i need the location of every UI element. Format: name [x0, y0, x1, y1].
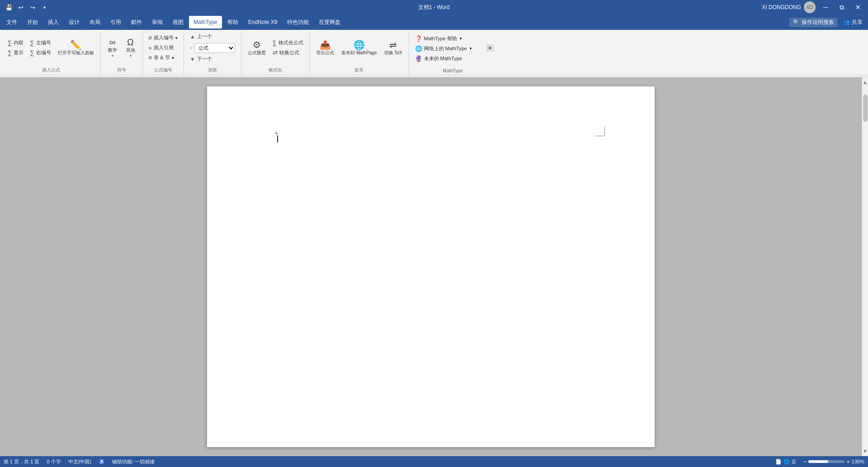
language: 中文(中国) [68, 458, 91, 465]
save-button[interactable]: 💾 [4, 2, 14, 13]
convert-label: 转换公式 [279, 49, 299, 56]
accessibility-icon: ♿ [99, 459, 105, 465]
title-bar-right: XI DONGDONG XD ─ ⧉ ✕ [762, 1, 864, 14]
formula-type-select[interactable]: 公式 [194, 43, 235, 53]
ribbon-group-content-symbol: ∞ 数学 ▾ Ω 其他 ▾ [104, 32, 139, 66]
document-main[interactable]: + [0, 77, 862, 456]
status-bar: 第 1 页，共 1 页 0 个字 中文(中国) ♿ 辅助功能: 一切就绪 📄 🌐… [0, 456, 868, 467]
menu-help[interactable]: 帮助 [223, 16, 243, 29]
future-mathtype-button[interactable]: 🔮 未来的 MathType [413, 54, 485, 63]
help-arrow: ▾ [460, 36, 462, 41]
insert-number-arrow: ▾ [175, 36, 178, 40]
tex-label: 切换 TeX [384, 50, 402, 56]
share-button[interactable]: 👥 共享 [840, 17, 866, 28]
menu-insert[interactable]: 插入 [43, 16, 63, 29]
switch-tex-button[interactable]: ⇌ 切换 TeX [382, 33, 405, 62]
format-icon: ∑ [273, 39, 277, 46]
document-title: 文档1 - Word [418, 4, 450, 11]
menu-review[interactable]: 审阅 [147, 16, 167, 29]
user-name: XI DONGDONG [762, 4, 801, 10]
horizontal-scroll-area [0, 75, 868, 77]
close-button[interactable]: ✕ [852, 1, 864, 14]
menu-right: 🔍 操作说明搜索 👥 共享 [789, 17, 866, 28]
scroll-down-button[interactable]: ▼ [863, 448, 868, 456]
handwrite-button[interactable]: ✏️ 打开手写输入面板 [55, 33, 97, 62]
menu-endnote[interactable]: EndNote X9 [244, 16, 282, 29]
insert-reference-button[interactable]: » 插入引用 [146, 43, 180, 52]
menu-reference[interactable]: 引用 [106, 16, 126, 29]
layout-web-icon[interactable]: 🌐 [783, 459, 790, 465]
right-number-label: 右编号 [36, 49, 51, 56]
word-count: 0 个字 [47, 458, 61, 465]
publish-mathpage-button[interactable]: 🌐 发布到 MathPage [339, 33, 379, 62]
online-label: 网络上的 MathType [424, 45, 467, 52]
title-bar: 💾 ↩ ↪ ▾ 文档1 - Word XI DONGDONG XD ─ ⧉ ✕ [0, 0, 868, 14]
scrollbar-thumb[interactable] [863, 95, 868, 122]
menu-layout[interactable]: 布局 [85, 16, 105, 29]
ribbon-group-content-mathtype: ❓ MathType 帮助 ▾ 🌐 网络上的 MathType ▾ 🔮 未来的 … [413, 32, 493, 67]
mathtype-help-button[interactable]: ❓ MathType 帮助 ▾ [413, 34, 485, 43]
up-arrow-icon: ▲ [190, 33, 195, 40]
layout-normal-icon[interactable]: 📄 [775, 459, 782, 465]
undo-button[interactable]: ↩ [15, 2, 26, 13]
zoom-out-button[interactable]: − [803, 458, 807, 465]
accessibility-text: 辅助功能: 一切就绪 [112, 458, 155, 465]
share-icon: 👥 [843, 19, 850, 25]
menu-baidu[interactable]: 百度网盘 [314, 16, 345, 29]
document-container: + ▲ ▼ [0, 77, 868, 456]
text-cursor [277, 135, 278, 143]
ribbon-group-formula-number: # 插入编号 ▾ » 插入引用 ≡ 章 & 节 ▾ 公式编号 [143, 32, 184, 75]
restore-button[interactable]: ⧉ [835, 1, 848, 14]
insert-number-icon: # [149, 34, 152, 41]
export-label: 导出公式 [316, 50, 334, 56]
mathtype-expand-button[interactable]: ⊞ [487, 45, 493, 51]
ribbon-group-publish: 📤 导出公式 🌐 发布到 MathPage ⇌ 切换 TeX 发布 [310, 32, 409, 75]
menu-features[interactable]: 特色功能 [283, 16, 313, 29]
math-symbol-button[interactable]: ∞ 数学 ▾ [104, 33, 121, 62]
menu-mathtype[interactable]: MathType [189, 16, 222, 29]
prev-button[interactable]: ▲ 上一个 [188, 32, 237, 41]
future-label: 未来的 MathType [424, 55, 462, 62]
chapter-section-button[interactable]: ≡ 章 & 节 ▾ [146, 53, 180, 62]
handwrite-label: 打开手写输入面板 [58, 50, 94, 56]
menu-mail[interactable]: 邮件 [127, 16, 146, 29]
right-number-button[interactable]: ∑ 右编号 [28, 48, 53, 57]
menu-start[interactable]: 开始 [23, 16, 42, 29]
zoom-slider[interactable] [808, 460, 844, 463]
ribbon-group-browse: ▲ 上一个 ○ 公式 ▼ 下一个 浏览 [184, 32, 241, 75]
inline-label: 内联 [14, 39, 24, 46]
insert-number-button[interactable]: # 插入编号 ▾ [146, 33, 180, 43]
next-label: 下一个 [197, 56, 212, 62]
user-info: XI DONGDONG XD [762, 1, 816, 13]
user-avatar[interactable]: XD [804, 1, 816, 13]
quick-access-dropdown[interactable]: ▾ [39, 2, 50, 13]
minimize-button[interactable]: ─ [819, 1, 832, 14]
page-info: 第 1 页，共 1 页 [4, 458, 39, 465]
math-symbol-label: 数学 [108, 48, 117, 53]
format-formula-button[interactable]: ∑ 格式化公式 [270, 38, 306, 48]
online-mathtype-button[interactable]: 🌐 网络上的 MathType ▾ [413, 44, 485, 53]
zoom-in-button[interactable]: + [846, 458, 850, 465]
convert-formula-button[interactable]: ⇄ 转换公式 [270, 48, 306, 57]
menu-file[interactable]: 文件 [2, 16, 22, 29]
next-button[interactable]: ▼ 下一个 [188, 55, 237, 64]
inline-formula-button[interactable]: ∑ 内联 [5, 38, 26, 48]
export-formula-button[interactable]: 📤 导出公式 [313, 33, 337, 62]
layout-outline-icon[interactable]: ☰ [792, 459, 796, 465]
redo-button[interactable]: ↪ [27, 2, 38, 13]
preset-label: 公式预置 [248, 50, 266, 56]
search-box[interactable]: 🔍 操作说明搜索 [789, 18, 838, 27]
other-symbol-button[interactable]: Ω 其他 ▾ [123, 33, 139, 62]
menu-design[interactable]: 设计 [64, 16, 84, 29]
prev-label: 上一个 [197, 33, 212, 40]
display-formula-button[interactable]: ∑ 显示 [5, 48, 26, 57]
menu-view[interactable]: 视图 [168, 16, 188, 29]
display-label: 显示 [14, 49, 24, 56]
formula-preset-button[interactable]: ⚙ 公式预置 [245, 33, 269, 62]
scroll-up-button[interactable]: ▲ [863, 77, 868, 86]
zoom-level: 130% [852, 459, 864, 464]
left-number-button[interactable]: ∑ 左编号 [28, 38, 53, 48]
share-label: 共享 [852, 19, 863, 26]
ribbon-group-content-formula-number: # 插入编号 ▾ » 插入引用 ≡ 章 & 节 ▾ [146, 32, 180, 66]
right-scrollbar[interactable]: ▲ ▼ [862, 77, 868, 456]
